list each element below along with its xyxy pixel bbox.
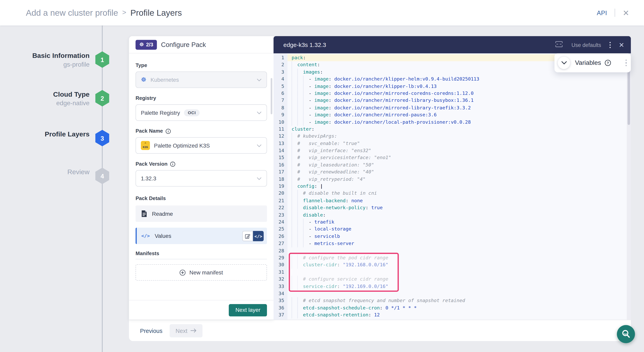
code-line: # kubevipArgs:: [288, 133, 627, 140]
api-button[interactable]: API: [597, 9, 607, 16]
chevron-down-icon: [256, 111, 262, 114]
configure-pack-panel: ☸ 2/3 Configure Pack Type ☸ Kubernetes R…: [129, 36, 274, 320]
chevron-down-icon: [256, 78, 262, 81]
breadcrumb-parent-link[interactable]: Add a new cluster profile: [26, 8, 118, 18]
yaml-code-editor[interactable]: 1234567891011121314151617181920212223242…: [274, 54, 631, 320]
code-line: - image: docker.io/rancher/klipper-lb:v0…: [288, 83, 627, 90]
sidebar-step-profile-layers[interactable]: Profile Layers 3: [16, 129, 109, 138]
pack-step-badge: ☸ 2/3: [136, 40, 157, 50]
breadcrumb-separator: >: [122, 9, 126, 17]
step-badge-hexagon: 2: [95, 90, 109, 107]
chevron-down-icon[interactable]: [558, 57, 570, 69]
info-icon[interactable]: [170, 161, 175, 167]
type-select: ☸ Kubernetes: [136, 72, 267, 88]
wizard-footer: Previous Next: [129, 320, 631, 341]
previous-button[interactable]: Previous: [140, 327, 162, 334]
header-divider: [614, 9, 615, 17]
next-layer-button[interactable]: Next layer: [229, 304, 267, 316]
code-line: # etcd snapshot frequency and number of …: [288, 297, 627, 304]
step-badge-hexagon: 1: [95, 51, 109, 68]
new-manifest-button[interactable]: New manifest: [136, 264, 267, 281]
step-title: Basic Information: [16, 51, 90, 60]
step-subtitle: edge-native: [16, 99, 90, 108]
code-line: # svc_enable: "true": [288, 140, 627, 147]
step-title: Review: [16, 167, 90, 176]
next-button[interactable]: Next: [170, 324, 202, 337]
code-line: # configure the pod cidr range: [288, 254, 627, 261]
code-icon: </>: [141, 233, 150, 239]
code-line: # vip_retryperiod: "4": [288, 176, 627, 183]
pack-details-values-item[interactable]: </> Values </>: [136, 228, 267, 244]
code-line: # vip_servicesinterface: "eno1": [288, 154, 627, 161]
pack-details-label: Pack Details: [136, 196, 267, 201]
manifests-label: Manifests: [136, 251, 267, 256]
close-icon[interactable]: ✕: [623, 9, 629, 17]
code-line: # configure service cidr range: [288, 276, 627, 283]
code-line: # vip_interface: "ens32": [288, 147, 627, 154]
chevron-down-icon: [256, 144, 262, 147]
registry-oci-badge: OCI: [184, 109, 200, 116]
editor-scrollbar[interactable]: [627, 54, 631, 320]
search-fab-button[interactable]: [617, 325, 635, 343]
form-scrollbar-thumb[interactable]: [271, 78, 272, 114]
top-header: Add a new cluster profile > Profile Laye…: [0, 0, 644, 26]
kebab-menu-icon[interactable]: [625, 60, 627, 66]
sidebar-step-basic-information[interactable]: Basic Information gs-profile 1: [16, 51, 109, 69]
code-line: # vip_leaseduration: "50": [288, 161, 627, 169]
kebab-menu-icon[interactable]: [610, 42, 610, 48]
variables-panel: Variables ?: [554, 54, 631, 72]
pack-version-select[interactable]: 1.32.3: [136, 170, 267, 187]
close-icon[interactable]: ✕: [619, 41, 624, 49]
step-badge-hexagon: 4: [95, 168, 109, 184]
kubernetes-icon: ☸: [139, 42, 144, 47]
k3s-pack-icon: ⌃ K3S: [141, 141, 150, 150]
editor-title: edge-k3s 1.32.3: [284, 42, 326, 48]
pack-values-editor: edge-k3s 1.32.3 Use defaults ✕ 123456789…: [274, 36, 631, 320]
code-line: etcd-snapshot-retention: 12: [288, 311, 627, 318]
code-line: - servicelb: [288, 233, 627, 240]
info-icon[interactable]: [165, 129, 171, 134]
diff-compare-icon[interactable]: [555, 41, 563, 49]
pack-name-label: Pack Name: [136, 128, 267, 134]
pack-details-readme-item[interactable]: Readme: [136, 205, 267, 222]
breadcrumb: Add a new cluster profile > Profile Laye…: [26, 8, 182, 18]
code-line: service-cidr: "192.169.0.0/16": [288, 283, 627, 290]
search-icon: [621, 329, 631, 339]
code-view-button[interactable]: </>: [253, 231, 264, 241]
manifests-divider: [136, 259, 267, 259]
sidebar-step-review[interactable]: Review 4: [16, 167, 109, 176]
help-icon[interactable]: ?: [605, 60, 612, 66]
code-line: - image: docker.io/rancher/mirrored-core…: [288, 90, 627, 97]
code-line: flannel-backend: none: [288, 197, 627, 204]
code-line: - image: docker.io/rancher/mirrored-paus…: [288, 111, 627, 119]
code-line: [288, 247, 627, 254]
code-line: etcd-snapshot-schedule-cron: 0 */1 * * *: [288, 304, 627, 311]
add-cluster-profile-page: Add a new cluster profile > Profile Laye…: [0, 0, 644, 352]
breadcrumb-current: Profile Layers: [130, 8, 182, 18]
code-line: - local-storage: [288, 226, 627, 233]
document-icon: [141, 210, 147, 217]
step-badge-hexagon: 3: [95, 130, 109, 146]
line-number-gutter: 1234567891011121314151617181920212223242…: [274, 54, 288, 320]
kubernetes-icon: ☸: [141, 76, 146, 83]
code-line: cluster:: [288, 126, 627, 133]
code-line: - metrics-server: [288, 240, 627, 247]
code-line: [288, 290, 627, 297]
code-line: config: |: [288, 183, 627, 190]
arrow-right-icon: [190, 328, 197, 333]
code-line: [288, 269, 627, 276]
step-title: Profile Layers: [16, 129, 90, 138]
code-line: - image: docker.io/rancher/klipper-helm:…: [288, 76, 627, 83]
edit-values-button[interactable]: [242, 231, 253, 241]
sidebar-step-cloud-type[interactable]: Cloud Type edge-native 2: [16, 90, 109, 108]
code-content: pack: content: images: - image: docker.i…: [288, 54, 627, 320]
code-line: # vip_renewdeadline: "40": [288, 169, 627, 176]
code-line: disable-network-policy: true: [288, 204, 627, 211]
pack-name-select[interactable]: ⌃ K3S Palette Optimized K3S: [136, 137, 267, 154]
registry-label: Registry: [136, 95, 267, 101]
plus-icon: [180, 269, 186, 275]
svg-text:?: ?: [607, 61, 609, 65]
use-defaults-button[interactable]: Use defaults: [572, 42, 601, 48]
registry-select[interactable]: Palette Registry OCI: [136, 104, 267, 121]
code-line: - image: docker.io/rancher/mirrored-libr…: [288, 97, 627, 104]
